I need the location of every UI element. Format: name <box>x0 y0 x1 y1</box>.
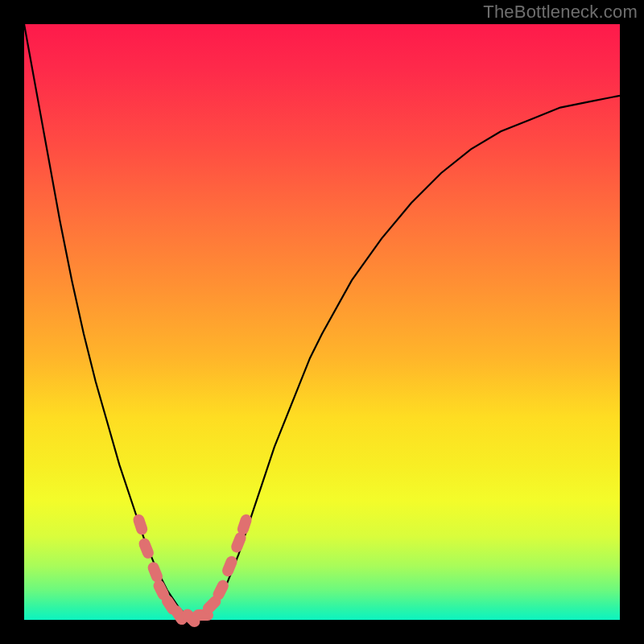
curve-marker <box>137 537 155 560</box>
plot-area <box>24 24 620 620</box>
curve-line <box>24 24 620 620</box>
curve-marker <box>221 555 239 578</box>
bottleneck-curve <box>24 24 620 620</box>
curve-markers <box>132 513 254 630</box>
chart-frame: TheBottleneck.com <box>0 0 644 644</box>
watermark-text: TheBottleneck.com <box>483 2 638 23</box>
curve-marker <box>132 513 149 536</box>
